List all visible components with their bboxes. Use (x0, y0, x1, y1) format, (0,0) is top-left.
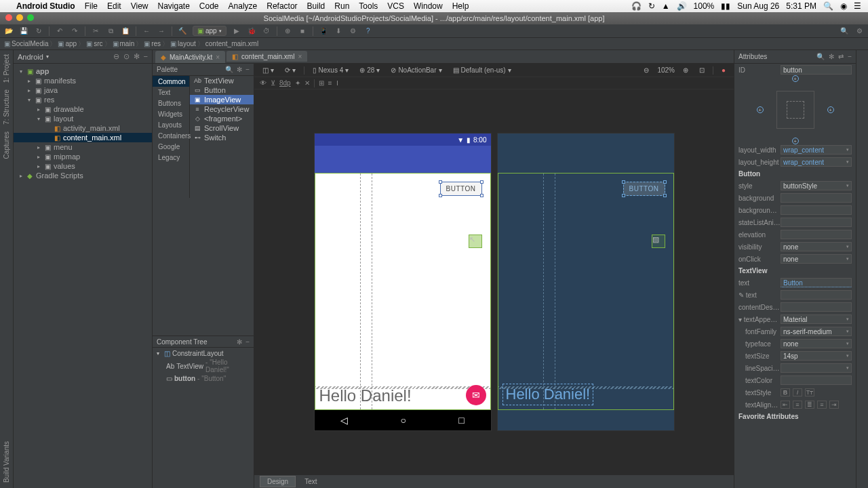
menu-run[interactable]: Run (334, 1, 349, 11)
blueprint-hello-text[interactable]: Hello Daniel! (502, 384, 594, 405)
orientation-select[interactable]: ⟳ ▾ (282, 66, 298, 74)
settings-icon[interactable]: ⚙ (854, 26, 864, 36)
attr-backgroundtint[interactable] (781, 205, 852, 215)
attr-textsize[interactable]: 14sp▾ (781, 351, 852, 361)
run-config-select[interactable]: ▣ app ▾ (193, 26, 226, 36)
menu-refactor[interactable]: Refactor (267, 1, 297, 11)
spotlight-icon[interactable]: 🔍 (823, 1, 833, 11)
menu-edit[interactable]: Edit (107, 1, 121, 11)
blueprint-preview[interactable]: BUTTON ▨ Hello Daniel! (497, 133, 675, 431)
palette-item-imageview[interactable]: ▣ImageView (190, 95, 254, 104)
bluetooth-icon[interactable]: 🎧 (631, 1, 642, 11)
project-tree[interactable]: ▾▣app ▸▣manifests ▸▣java ▾▣res ▸▣drawabl… (14, 64, 152, 183)
open-icon[interactable]: 📂 (4, 26, 14, 36)
palette-cat-layouts[interactable]: Layouts (153, 119, 189, 130)
avd-icon[interactable]: 📱 (319, 26, 328, 36)
menu-window[interactable]: Window (414, 1, 443, 11)
constraint-left-handle[interactable]: + (757, 106, 764, 113)
zoom-out-button[interactable]: ⊖ (641, 66, 652, 74)
attr-typeface[interactable]: none▾ (781, 339, 852, 348)
search-icon[interactable]: 🔍 (225, 66, 233, 73)
crumb-layout[interactable]: layout (178, 40, 196, 47)
constraint-right-handle[interactable]: + (827, 106, 834, 113)
attr-fontfamily[interactable]: ns-serif-medium▾ (781, 327, 852, 336)
palette-cat-buttons[interactable]: Buttons (153, 98, 189, 108)
project-structure-icon[interactable]: ⚙ (349, 26, 358, 36)
palette-item-fragment[interactable]: ◇<fragment> (190, 114, 254, 123)
menu-code[interactable]: Code (199, 1, 219, 11)
theme-select[interactable]: ⊘ NoActionBar ▾ (388, 66, 444, 74)
collapse-icon[interactable]: ⊖ (113, 52, 119, 61)
attr-layout-height[interactable]: wrap_content▾ (781, 157, 852, 167)
menubar-time[interactable]: 5:31 PM (786, 1, 816, 11)
clear-icon[interactable]: ✕ (304, 79, 310, 87)
locale-select[interactable]: ▤ Default (en-us) ▾ (450, 66, 514, 74)
crumb-project[interactable]: SocialMedia (12, 40, 48, 47)
attr-elevation[interactable] (781, 230, 852, 239)
eye-icon[interactable]: 👁 (260, 79, 267, 87)
constraint-widget[interactable]: + + + + (734, 76, 856, 144)
locate-icon[interactable]: ⊙ (123, 52, 130, 61)
align-icon[interactable]: ≡ (328, 79, 332, 87)
wifi-icon[interactable]: ▲ (662, 1, 670, 11)
textstyle-italic[interactable]: I (793, 388, 802, 396)
tree-item-content-main[interactable]: ◧content_main.xml (14, 133, 152, 142)
menu-analyze[interactable]: Analyze (229, 1, 258, 11)
imageview-drop-ghost[interactable]: ↖ (469, 235, 482, 248)
align-viewend[interactable]: ⇥ (829, 401, 839, 409)
crumb-app[interactable]: app (65, 40, 77, 47)
constraint-top-handle[interactable]: + (792, 75, 799, 82)
api-select[interactable]: ⊕ 28 ▾ (357, 66, 382, 74)
menu-help[interactable]: Help (452, 1, 469, 11)
attr-visibility[interactable]: none▾ (781, 242, 852, 251)
palette-item-switch[interactable]: ⊷Switch (190, 133, 254, 142)
textstyle-allcaps[interactable]: Tᴛ (805, 388, 814, 396)
attr-textappearance[interactable]: Material▾ (781, 314, 852, 324)
attr-onclick[interactable]: none▾ (781, 254, 852, 264)
sdk-icon[interactable]: ⬇ (334, 26, 343, 36)
attach-debug-icon[interactable]: ⊕ (283, 26, 292, 36)
view-mode-select[interactable]: ◫ ▾ (260, 66, 277, 74)
search-everywhere-icon[interactable]: 🔍 (840, 26, 849, 36)
tab-text[interactable]: Text (297, 476, 324, 487)
palette-item-recyclerview[interactable]: ≡RecyclerView (190, 104, 254, 114)
copy-icon[interactable]: ⧉ (106, 26, 115, 36)
blueprint-drop-ghost[interactable]: ▨ (652, 235, 665, 248)
search-icon[interactable]: 🔍 (816, 53, 825, 60)
component-tree[interactable]: ▾◫ConstraintLayout AbTextView - "Hello D… (153, 348, 254, 488)
menu-view[interactable]: View (131, 1, 149, 11)
preview-hello-text[interactable]: Hello Daniel! (319, 386, 412, 405)
align-center[interactable]: ≣ (805, 401, 814, 409)
palette-cat-google[interactable]: Google (153, 141, 189, 152)
run-button[interactable]: ▶ (232, 26, 241, 36)
attr-statelistanimator[interactable] (781, 218, 852, 227)
palette-cat-widgets[interactable]: Widgets (153, 108, 189, 119)
align-viewstart[interactable]: ⇤ (781, 401, 790, 409)
hide-icon[interactable]: − (144, 52, 148, 61)
crumb-file[interactable]: content_main.xml (205, 40, 258, 47)
menu-file[interactable]: File (85, 1, 98, 11)
menubar-date[interactable]: Sun Aug 26 (737, 1, 779, 11)
palette-item-button[interactable]: ▭Button (190, 85, 254, 95)
siri-icon[interactable]: ◉ (840, 1, 847, 11)
textstyle-bold[interactable]: B (781, 388, 790, 396)
menu-navigate[interactable]: Navigate (157, 1, 189, 11)
attr-id-input[interactable] (781, 65, 852, 75)
gear-icon[interactable]: ✻ (237, 338, 242, 346)
paste-icon[interactable]: 📋 (121, 26, 130, 36)
attr-textcolor[interactable] (781, 375, 852, 385)
infer-icon[interactable]: ✦ (295, 79, 300, 87)
guideline-icon[interactable]: Ⅰ (336, 79, 338, 87)
toolwindow-structure[interactable]: 7: Structure (3, 89, 10, 125)
attr-linespacing[interactable]: ▾ (781, 363, 852, 373)
back-icon[interactable]: ← (142, 26, 151, 36)
preview-fab[interactable]: ✉ (466, 385, 486, 405)
palette-cat-containers[interactable]: Containers (153, 130, 189, 141)
close-tab-icon[interactable]: × (298, 53, 302, 60)
warnings-icon[interactable]: ● (719, 66, 728, 74)
toolwindow-captures[interactable]: Captures (3, 131, 10, 159)
forward-icon[interactable]: → (157, 26, 166, 36)
tab-mainactivity[interactable]: ◆MainActivity.kt× (155, 51, 225, 63)
redo-icon[interactable]: ↷ (70, 26, 79, 36)
attr-style[interactable]: buttonStyle▾ (781, 181, 852, 190)
